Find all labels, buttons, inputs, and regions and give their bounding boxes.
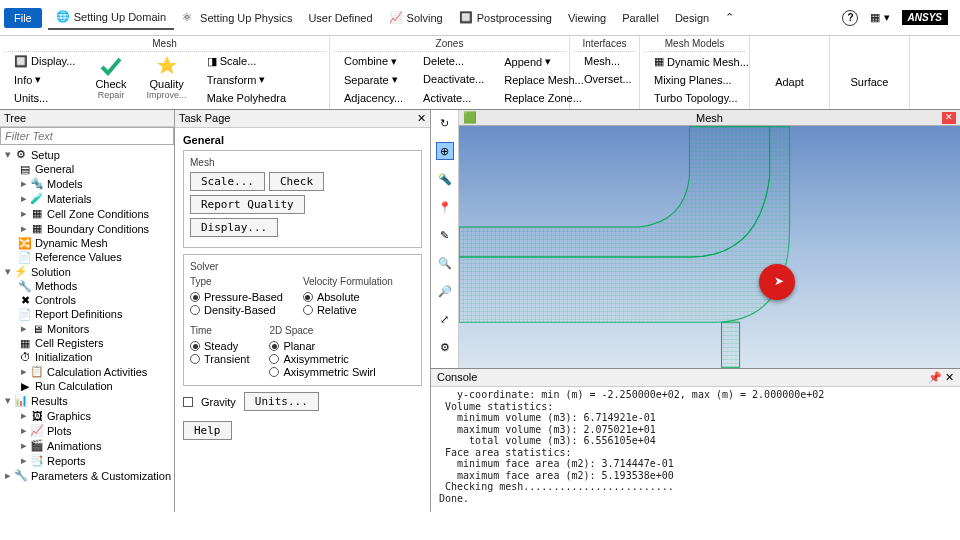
ribbon-group-interfaces: Interfaces [574, 38, 635, 52]
models-icon: 🔩 [30, 178, 44, 190]
transform-button[interactable]: Transform ▾ [203, 71, 291, 88]
tree-cr[interactable]: ▦Cell Registers [0, 336, 174, 350]
display-button[interactable]: 🔲 Display... [10, 53, 79, 70]
combine-button[interactable]: Combine ▾ [340, 53, 407, 70]
chevron-up-icon: ⌃ [725, 11, 734, 24]
tree-bc[interactable]: ▸▦Boundary Conditions [0, 221, 174, 236]
probe-icon[interactable]: 📍 [436, 198, 454, 216]
tree-monitors[interactable]: ▸🖥Monitors [0, 321, 174, 336]
physics-icon: ⚛ [182, 11, 196, 25]
select-icon[interactable]: ⊕ [436, 142, 454, 160]
transient-radio[interactable]: Transient [190, 353, 249, 365]
deactivate-button[interactable]: Deactivate... [419, 71, 488, 87]
viewer-close-icon[interactable]: ✕ [942, 112, 956, 124]
scale-button[interactable]: ◨ Scale... [203, 53, 291, 70]
tab-design[interactable]: Design [667, 8, 717, 28]
tree-animations[interactable]: ▸🎬Animations [0, 438, 174, 453]
viewer-toolbar: ↻ ⊕ 🔦 📍 ✎ 🔍 🔎 ⤢ ⚙ [431, 110, 459, 368]
tree-rd[interactable]: 📄Report Definitions [0, 307, 174, 321]
tree-pc[interactable]: ▸🔧Parameters & Customization [0, 468, 174, 483]
tree-rv[interactable]: 📄Reference Values [0, 250, 174, 264]
separate-button[interactable]: Separate ▾ [340, 71, 407, 88]
tree-plots[interactable]: ▸📈Plots [0, 423, 174, 438]
tab-setting-up-domain[interactable]: 🌐Setting Up Domain [48, 6, 174, 30]
zoom-in-icon[interactable]: 🔍 [436, 254, 454, 272]
overset-button[interactable]: Overset... [580, 71, 636, 87]
controls-icon: ✖ [18, 294, 32, 306]
console-pin-icon[interactable]: 📌 ✕ [928, 371, 954, 384]
flashlight-icon[interactable]: 🔦 [436, 170, 454, 188]
tab-user-defined[interactable]: User Defined [300, 8, 380, 28]
settings-icon[interactable]: ⚙ [436, 338, 454, 356]
viewer-tab-mesh[interactable]: Mesh [483, 112, 936, 124]
layout-icon[interactable]: ▦ ▾ [870, 11, 889, 24]
zoom-out-icon[interactable]: 🔎 [436, 282, 454, 300]
check-button[interactable]: Check Repair [85, 52, 136, 107]
tree-filter-input[interactable] [0, 127, 174, 145]
materials-icon: 🧪 [30, 193, 44, 205]
tree-reports[interactable]: ▸📑Reports [0, 453, 174, 468]
report-quality-btn[interactable]: Report Quality [190, 195, 305, 214]
info-button[interactable]: Info ▾ [10, 71, 79, 88]
quality-button[interactable]: Quality Improve... [137, 52, 197, 107]
solution-icon: ⚡ [14, 266, 28, 278]
tab-solving[interactable]: 📈Solving [381, 7, 451, 29]
tree-rc[interactable]: ▶Run Calculation [0, 379, 174, 393]
tree-init[interactable]: ⏱Initialization [0, 350, 174, 364]
axisymmetric-radio[interactable]: Axisymmetric [269, 353, 375, 365]
gravity-checkbox[interactable] [183, 397, 193, 407]
tab-setting-up-physics[interactable]: ⚛Setting Up Physics [174, 7, 300, 29]
pressure-based-radio[interactable]: Pressure-Based [190, 291, 283, 303]
tree-setup[interactable]: ▾⚙Setup [0, 147, 174, 162]
tree-pane: Tree ▾⚙Setup ▤General ▸🔩Models ▸🧪Materia… [0, 110, 175, 512]
mesh-viewport[interactable]: ➤ [459, 126, 960, 368]
help-icon[interactable]: ? [842, 10, 858, 26]
scale-btn[interactable]: Scale... [190, 172, 265, 191]
rc-icon: ▶ [18, 380, 32, 392]
ribbon-group-mesh: Mesh [4, 38, 325, 52]
adjacency-button[interactable]: Adjacency... [340, 90, 407, 106]
units-btn[interactable]: Units... [244, 392, 319, 411]
tab-close[interactable]: ⌃ [717, 7, 742, 28]
tree-models[interactable]: ▸🔩Models [0, 176, 174, 191]
tree-general[interactable]: ▤General [0, 162, 174, 176]
tree-materials[interactable]: ▸🧪Materials [0, 191, 174, 206]
tree-czc[interactable]: ▸▦Cell Zone Conditions [0, 206, 174, 221]
units-button[interactable]: Units... [10, 90, 79, 106]
mixing-planes-button[interactable]: Mixing Planes... [650, 72, 753, 88]
help-btn[interactable]: Help [183, 421, 232, 440]
fit-icon[interactable]: ⤢ [436, 310, 454, 328]
tab-viewing[interactable]: Viewing [560, 8, 614, 28]
interface-mesh-button[interactable]: Mesh... [580, 53, 636, 69]
surface-button[interactable]: Surface [847, 56, 893, 90]
tab-postprocessing[interactable]: 🔲Postprocessing [451, 7, 560, 29]
relative-radio[interactable]: Relative [303, 304, 393, 316]
task-close-icon[interactable]: ✕ [417, 112, 426, 125]
absolute-radio[interactable]: Absolute [303, 291, 393, 303]
solver-group: Solver Type Pressure-Based Density-Based… [183, 254, 422, 386]
rotate-icon[interactable]: ↻ [436, 114, 454, 132]
tree-controls[interactable]: ✖Controls [0, 293, 174, 307]
turbo-button[interactable]: Turbo Topology... [650, 90, 753, 106]
activate-button[interactable]: Activate... [419, 90, 488, 106]
tree-graphics[interactable]: ▸🖼Graphics [0, 408, 174, 423]
adapt-button[interactable]: Adapt [771, 56, 808, 90]
tree-dm[interactable]: 🔀Dynamic Mesh [0, 236, 174, 250]
tab-parallel[interactable]: Parallel [614, 8, 667, 28]
tree-solution[interactable]: ▾⚡Solution [0, 264, 174, 279]
dynamic-mesh-button[interactable]: ▦ Dynamic Mesh... [650, 53, 753, 70]
file-menu[interactable]: File [4, 8, 42, 28]
density-based-radio[interactable]: Density-Based [190, 304, 283, 316]
check-btn[interactable]: Check [269, 172, 324, 191]
tree-methods[interactable]: 🔧Methods [0, 279, 174, 293]
display-btn[interactable]: Display... [190, 218, 278, 237]
polyhedra-button[interactable]: Make Polyhedra [203, 90, 291, 106]
axiswirl-radio[interactable]: Axisymmetric Swirl [269, 366, 375, 378]
steady-radio[interactable]: Steady [190, 340, 249, 352]
cell-icon: ▦ [30, 208, 44, 220]
tree-results[interactable]: ▾📊Results [0, 393, 174, 408]
delete-button[interactable]: Delete... [419, 53, 488, 69]
pencil-icon[interactable]: ✎ [436, 226, 454, 244]
planar-radio[interactable]: Planar [269, 340, 375, 352]
tree-ca[interactable]: ▸📋Calculation Activities [0, 364, 174, 379]
